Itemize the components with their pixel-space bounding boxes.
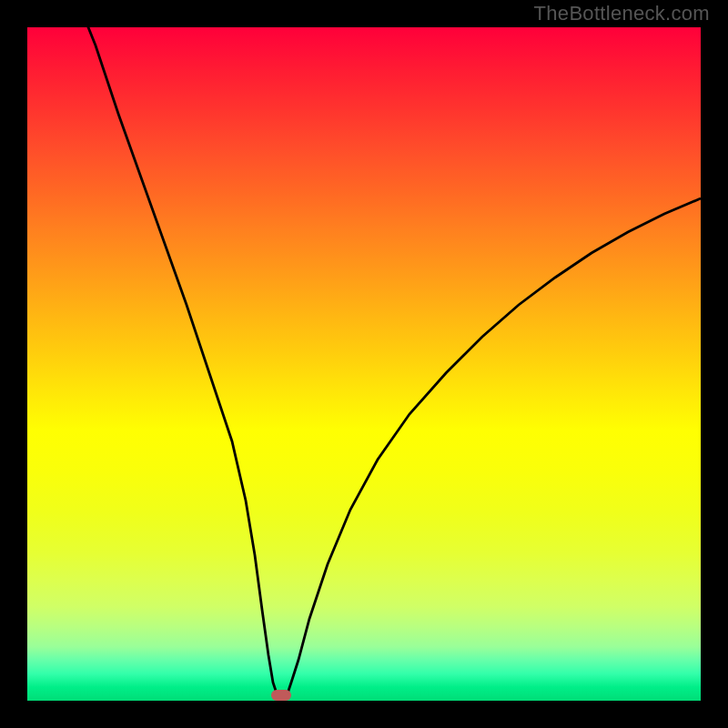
chart-svg xyxy=(27,27,701,701)
plot-area xyxy=(27,27,701,701)
minimum-marker xyxy=(271,690,291,701)
watermark-text: TheBottleneck.com xyxy=(534,2,710,25)
bottleneck-curve xyxy=(77,27,701,699)
